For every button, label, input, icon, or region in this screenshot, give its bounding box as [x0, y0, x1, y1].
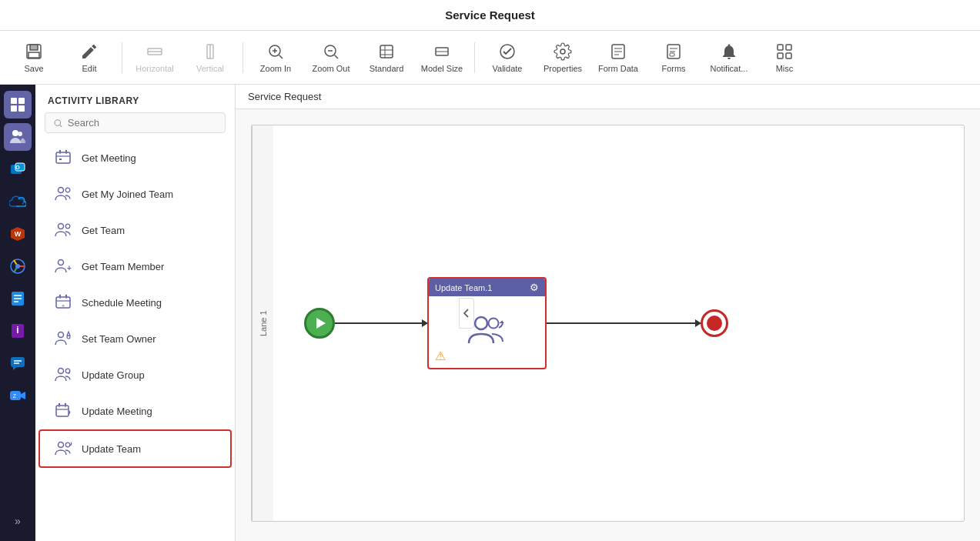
svg-text:+: +	[67, 264, 72, 272]
toolbar-edit[interactable]: Edit	[63, 35, 115, 81]
apps-grid-icon	[10, 97, 25, 112]
svg-rect-1	[30, 45, 38, 50]
outlook-icon: O	[9, 161, 26, 178]
activity-item-get-my-joined-team[interactable]: Get My Joined Team	[40, 176, 230, 212]
standard-label: Standard	[370, 64, 404, 73]
zoom-out-label: Zoom Out	[313, 64, 350, 73]
toolbar-validate[interactable]: Validate	[481, 35, 533, 81]
svg-point-71	[59, 260, 64, 265]
toolbar-notifications[interactable]: Notificat...	[703, 35, 755, 81]
toolbar-horizontal[interactable]: Horizontal	[129, 35, 181, 81]
svg-point-94	[488, 319, 498, 329]
sidebar-icon-teams[interactable]	[4, 123, 32, 151]
toolbar-properties[interactable]: Properties	[537, 35, 589, 81]
svg-text:W: W	[15, 230, 22, 238]
activity-item-update-team[interactable]: Update Team	[38, 429, 232, 468]
svg-marker-57	[21, 392, 25, 399]
form-data-icon	[609, 42, 627, 61]
icon-sidebar: O W	[0, 85, 35, 541]
notifications-icon	[720, 42, 738, 61]
lane-container: Lane 1 Update Team.1 ⚙	[251, 125, 965, 522]
sidebar-icon-onedrive[interactable]	[4, 188, 32, 215]
update-group-icon	[52, 364, 74, 386]
sidebar-icon-outlook[interactable]: O	[4, 155, 32, 183]
validate-icon	[498, 42, 517, 61]
svg-line-10	[279, 55, 283, 58]
svg-line-13	[335, 55, 339, 58]
activity-item-update-group[interactable]: Update Group	[40, 357, 230, 392]
search-input[interactable]	[68, 117, 217, 129]
svg-text:i: i	[16, 325, 18, 336]
zoom-out-icon	[322, 42, 340, 61]
office-icon: W	[9, 225, 26, 242]
get-my-joined-team-icon	[52, 183, 74, 205]
toolbar-standard[interactable]: Standard	[360, 35, 413, 81]
zoom-icon: Z	[9, 387, 26, 404]
collapse-panel-btn[interactable]	[459, 298, 474, 329]
svg-point-67	[59, 188, 64, 193]
activity-library-header: ACTIVITY LIBRARY	[35, 85, 235, 112]
horizontal-label: Horizontal	[135, 64, 174, 73]
svg-rect-85	[56, 406, 69, 416]
activity-item-get-team[interactable]: Get Team	[40, 212, 230, 248]
end-node-inner	[707, 316, 722, 331]
main-layout: O W	[0, 85, 980, 541]
svg-point-21	[560, 49, 565, 54]
horizontal-icon	[145, 42, 164, 61]
activity-node-gear-icon[interactable]: ⚙	[530, 282, 539, 293]
activity-item-get-meeting[interactable]: Get Meeting	[40, 140, 230, 175]
activity-item-label: Schedule Meeting	[82, 297, 162, 309]
activity-item-update-meeting[interactable]: Update Meeting	[40, 393, 230, 429]
sidebar-expand-btn[interactable]: »	[4, 507, 32, 535]
activity-item-label: Set Team Owner	[82, 333, 156, 345]
svg-point-92	[65, 442, 70, 447]
edit-label: Edit	[82, 64, 97, 73]
teams-icon	[9, 129, 26, 145]
sidebar-icon-infopath[interactable]: i	[4, 317, 32, 345]
activity-node-update-team[interactable]: Update Team.1 ⚙	[427, 277, 547, 369]
svg-text:+: +	[62, 302, 65, 309]
activity-item-schedule-meeting[interactable]: + Schedule Meeting	[40, 285, 230, 320]
start-node[interactable]	[304, 308, 335, 339]
flow-arrow-2	[547, 322, 701, 324]
toolbar-model-size[interactable]: Model Size	[416, 35, 468, 81]
activity-item-get-team-member[interactable]: + Get Team Member	[40, 249, 230, 284]
svg-point-93	[475, 317, 487, 329]
activity-item-set-team-owner[interactable]: Set Team Owner	[40, 321, 230, 356]
sidebar-icon-google[interactable]	[4, 252, 32, 280]
toolbar-form-data[interactable]: Form Data	[592, 35, 644, 81]
lane-content: Update Team.1 ⚙	[273, 125, 964, 521]
svg-rect-37	[18, 105, 25, 112]
toolbar-misc[interactable]: Misc	[758, 35, 811, 81]
svg-rect-36	[11, 105, 17, 112]
activity-item-label: Get Team	[82, 225, 125, 236]
sidebar-icon-apps[interactable]	[4, 91, 32, 119]
canvas-content[interactable]: Lane 1 Update Team.1 ⚙	[236, 109, 980, 537]
zoom-in-label: Zoom In	[260, 64, 291, 73]
model-size-label: Model Size	[421, 64, 463, 73]
validate-label: Validate	[493, 64, 523, 73]
misc-icon	[775, 42, 794, 61]
canvas-area: Service Request Lane 1 Update Team.1	[236, 85, 980, 541]
sidebar-icon-office[interactable]: W	[4, 220, 32, 248]
standard-icon	[377, 42, 396, 61]
toolbar-zoom-out[interactable]: Zoom Out	[305, 35, 357, 81]
sidebar-icon-zoom[interactable]: Z	[4, 382, 32, 409]
toolbar-divider-3	[474, 42, 475, 73]
toolbar-save[interactable]: Save	[8, 35, 60, 81]
end-node[interactable]	[701, 309, 728, 337]
sidebar-bottom: »	[4, 507, 32, 535]
svg-point-69	[59, 224, 64, 229]
toolbar-vertical[interactable]: Vertical	[184, 35, 236, 81]
toolbar-zoom-in[interactable]: Zoom In	[249, 35, 302, 81]
onedrive-icon	[9, 195, 26, 208]
lane-label: Lane 1	[252, 125, 273, 521]
svg-rect-35	[18, 98, 25, 104]
toolbar-forms[interactable]: Forms	[647, 35, 700, 81]
sidebar-icon-chat[interactable]	[4, 349, 32, 377]
search-box[interactable]	[45, 112, 226, 133]
activity-node-title: Update Team.1	[435, 283, 492, 292]
svg-rect-61	[56, 152, 70, 163]
sidebar-icon-notes[interactable]	[4, 285, 32, 312]
top-bar: Service Request	[0, 0, 980, 31]
